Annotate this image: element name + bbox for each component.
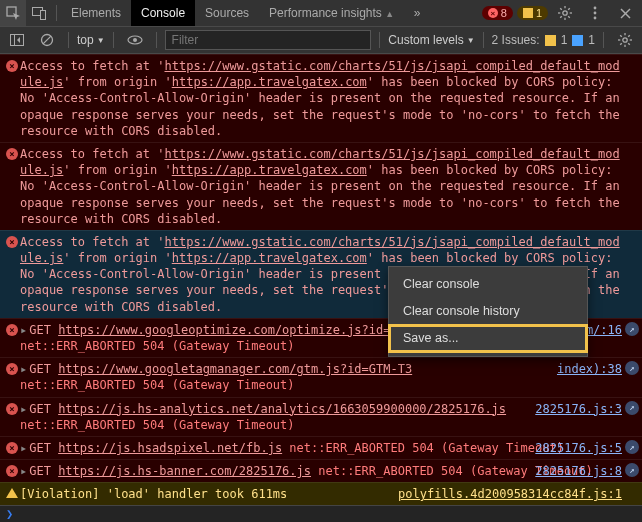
svg-line-20 bbox=[43, 36, 51, 44]
warning-icon bbox=[6, 488, 18, 498]
warning-count-badge[interactable]: 1 bbox=[517, 6, 548, 20]
error-icon: × bbox=[6, 403, 18, 415]
open-resource-icon[interactable]: ↗ bbox=[625, 440, 639, 454]
context-menu: Clear console Clear console history Save… bbox=[388, 266, 588, 357]
log-row-net[interactable]: × ▸GET https://js.hs-analytics.net/analy… bbox=[0, 397, 642, 436]
issue-yellow-icon bbox=[545, 35, 556, 46]
log-row-net[interactable]: × ▸GET https://js.hs-banner.com/2825176.… bbox=[0, 459, 642, 482]
error-count: 8 bbox=[501, 7, 507, 19]
separator bbox=[483, 32, 484, 48]
svg-point-12 bbox=[594, 7, 597, 10]
console-settings-gear-icon[interactable] bbox=[612, 27, 638, 53]
svg-line-11 bbox=[568, 8, 570, 10]
context-label: top bbox=[77, 33, 94, 47]
svg-line-28 bbox=[620, 35, 622, 37]
log-message: ▸GET https://js.hs-analytics.net/analyti… bbox=[20, 401, 622, 433]
issues-indicator[interactable]: 2 Issues: 1 1 bbox=[492, 33, 595, 47]
svg-line-9 bbox=[568, 16, 570, 18]
separator bbox=[68, 32, 69, 48]
issues-label: 2 Issues: bbox=[492, 33, 540, 47]
open-resource-icon[interactable]: ↗ bbox=[625, 401, 639, 415]
log-message: ▸GET https://js.hs-banner.com/2825176.js… bbox=[20, 463, 622, 479]
error-dot-icon: × bbox=[488, 8, 498, 18]
svg-point-14 bbox=[594, 17, 597, 20]
log-message: Access to fetch at 'https://www.gstatic.… bbox=[20, 146, 622, 227]
tab-console[interactable]: Console bbox=[131, 0, 195, 26]
clear-console-icon[interactable] bbox=[34, 27, 60, 53]
tab-sources[interactable]: Sources bbox=[195, 0, 259, 26]
svg-point-22 bbox=[133, 38, 137, 42]
source-link[interactable]: 2825176.js:3 bbox=[535, 401, 622, 417]
gear-icon[interactable] bbox=[552, 0, 578, 26]
warning-square-icon bbox=[523, 8, 533, 18]
tab-label: Performance insights bbox=[269, 6, 382, 20]
svg-line-29 bbox=[628, 43, 630, 45]
warning-count: 1 bbox=[536, 7, 542, 19]
open-resource-icon[interactable]: ↗ bbox=[625, 322, 639, 336]
separator bbox=[56, 5, 57, 21]
source-link[interactable]: 2825176.js:8 bbox=[535, 463, 622, 479]
svg-line-10 bbox=[560, 16, 562, 18]
svg-point-3 bbox=[563, 11, 567, 15]
expand-arrow-icon[interactable]: ▸ bbox=[20, 362, 27, 376]
issue-blue-count: 1 bbox=[588, 33, 595, 47]
menu-clear-history[interactable]: Clear console history bbox=[389, 298, 587, 325]
error-icon: × bbox=[6, 236, 18, 248]
devtools-tab-bar: Elements Console Sources Performance ins… bbox=[0, 0, 642, 27]
device-toggle-icon[interactable] bbox=[26, 0, 52, 26]
issue-yellow-count: 1 bbox=[561, 33, 568, 47]
expand-arrow-icon[interactable]: ▸ bbox=[20, 402, 27, 416]
separator bbox=[603, 32, 604, 48]
console-log-area: × Access to fetch at 'https://www.gstati… bbox=[0, 54, 642, 505]
top-right-controls: ×8 1 bbox=[482, 0, 642, 26]
separator bbox=[156, 32, 157, 48]
live-expression-icon[interactable] bbox=[122, 27, 148, 53]
expand-arrow-icon[interactable]: ▸ bbox=[20, 464, 27, 478]
close-icon[interactable] bbox=[612, 0, 638, 26]
log-row-net[interactable]: × ▸GET https://www.googletagmanager.com/… bbox=[0, 357, 642, 396]
error-count-badge[interactable]: ×8 bbox=[482, 6, 513, 20]
menu-save-as[interactable]: Save as... bbox=[389, 325, 587, 352]
source-link[interactable]: index):38 bbox=[557, 361, 622, 377]
svg-point-23 bbox=[623, 38, 627, 42]
open-resource-icon[interactable]: ↗ bbox=[625, 361, 639, 375]
filter-input[interactable] bbox=[165, 30, 372, 50]
log-row-cors[interactable]: × Access to fetch at 'https://www.gstati… bbox=[0, 142, 642, 230]
log-row-violation[interactable]: [Violation] 'load' handler took 611ms po… bbox=[0, 482, 642, 505]
more-tabs-icon[interactable]: » bbox=[404, 0, 430, 26]
source-link[interactable]: polyfills.4d200958314cc84f.js:1 bbox=[398, 486, 622, 502]
expand-arrow-icon[interactable]: ▸ bbox=[20, 441, 27, 455]
error-icon: × bbox=[6, 60, 18, 72]
separator bbox=[113, 32, 114, 48]
sidebar-toggle-icon[interactable] bbox=[4, 27, 30, 53]
log-message: Access to fetch at 'https://www.gstatic.… bbox=[20, 58, 622, 139]
tab-performance-insights[interactable]: Performance insights ▲ bbox=[259, 0, 404, 26]
log-levels-selector[interactable]: Custom levels ▼ bbox=[388, 33, 474, 47]
expand-arrow-icon[interactable]: ▸ bbox=[20, 323, 27, 337]
console-toolbar: top ▼ Custom levels ▼ 2 Issues: 1 1 bbox=[0, 27, 642, 54]
error-icon: × bbox=[6, 148, 18, 160]
svg-line-31 bbox=[628, 35, 630, 37]
log-message: ▸GET https://www.googletagmanager.com/gt… bbox=[20, 361, 622, 393]
error-icon: × bbox=[6, 442, 18, 454]
filter-wrap bbox=[165, 30, 372, 50]
log-row-cors[interactable]: × Access to fetch at 'https://www.gstati… bbox=[0, 54, 642, 142]
menu-clear-console[interactable]: Clear console bbox=[389, 271, 587, 298]
svg-line-8 bbox=[560, 8, 562, 10]
error-icon: × bbox=[6, 324, 18, 336]
error-icon: × bbox=[6, 363, 18, 375]
inspect-icon[interactable] bbox=[0, 0, 26, 26]
separator bbox=[379, 32, 380, 48]
svg-rect-2 bbox=[40, 10, 45, 19]
open-resource-icon[interactable]: ↗ bbox=[625, 463, 639, 477]
kebab-menu-icon[interactable] bbox=[582, 0, 608, 26]
tab-elements[interactable]: Elements bbox=[61, 0, 131, 26]
context-selector[interactable]: top ▼ bbox=[77, 33, 105, 47]
log-row-net[interactable]: × ▸GET https://js.hsadspixel.net/fb.js n… bbox=[0, 436, 642, 459]
console-prompt[interactable]: ❯ bbox=[0, 505, 642, 522]
source-link[interactable]: 2825176.js:5 bbox=[535, 440, 622, 456]
svg-line-30 bbox=[620, 43, 622, 45]
log-message: ▸GET https://js.hsadspixel.net/fb.js net… bbox=[20, 440, 622, 456]
issue-blue-icon bbox=[572, 35, 583, 46]
levels-label: Custom levels bbox=[388, 33, 463, 47]
